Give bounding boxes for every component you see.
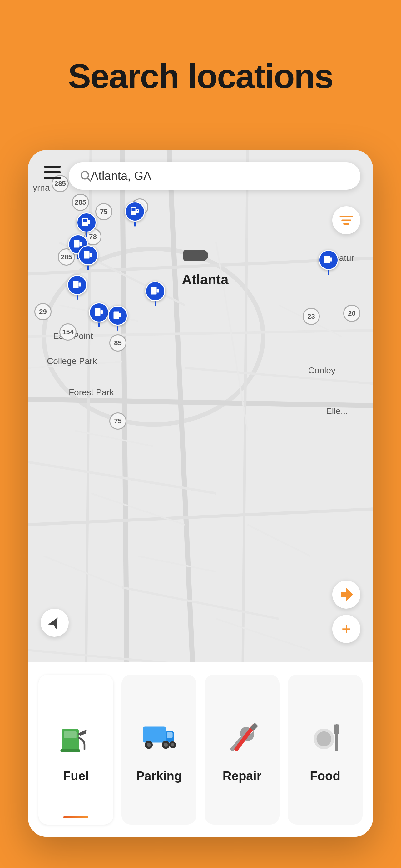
highway-20-shield: 20 [343,305,360,322]
parking-tab-label: Parking [136,769,182,783]
menu-button[interactable] [44,165,61,179]
svg-rect-37 [325,256,330,264]
svg-rect-35 [83,219,87,222]
college-park-label: College Park [47,356,97,366]
svg-rect-33 [137,210,138,211]
highway-154-shield: 154 [59,323,76,341]
fuel-active-indicator [63,816,89,818]
svg-rect-42 [90,253,92,257]
zoom-in-button[interactable]: + [332,615,360,643]
fuel-pin-6[interactable] [145,281,165,306]
yrna-label: yrna [33,183,49,193]
svg-point-65 [164,743,168,747]
direction-button[interactable] [332,581,360,609]
fuel-pin-8[interactable] [89,303,109,328]
svg-rect-46 [79,283,81,286]
fuel-pin-5[interactable] [78,245,98,270]
svg-rect-45 [73,281,79,288]
svg-rect-47 [95,308,101,316]
filter-button[interactable] [332,206,360,234]
map-object [183,250,208,261]
svg-rect-44 [157,289,159,293]
highway-285-shield-1: 285 [72,194,89,211]
navigate-button[interactable] [41,609,69,637]
food-icon [303,716,347,760]
fuel-pin-3[interactable] [319,250,338,275]
fuel-pin-9[interactable] [108,306,128,331]
fuel-pin-1[interactable] [125,202,145,226]
search-value: Atlanta, GA [91,169,151,183]
atlanta-label: Atlanta [182,272,228,287]
tab-food[interactable]: Food [288,675,363,825]
svg-rect-36 [88,220,91,224]
svg-rect-58 [61,749,80,752]
page-title: Search locations [0,56,401,96]
plus-icon: + [342,620,351,638]
svg-rect-50 [119,313,122,317]
svg-point-71 [317,732,332,746]
fuel-icon [54,716,98,760]
svg-point-67 [171,743,174,746]
svg-rect-61 [167,733,172,738]
svg-rect-59 [143,727,166,743]
tab-repair[interactable]: Repair [205,675,279,825]
tab-parking[interactable]: Parking [122,675,196,825]
svg-line-29 [88,178,91,181]
phone-frame: Atlanta, GA Doraville yrna Decatur Atlan… [28,150,373,837]
bottom-tabs: Fuel [28,662,373,837]
svg-rect-31 [132,208,136,211]
svg-rect-38 [330,258,333,261]
ellenwood-label: Elle... [326,406,348,416]
fuel-pin-2[interactable] [76,213,97,238]
svg-rect-55 [64,732,76,738]
highway-75-shield-2: 75 [109,412,127,430]
svg-rect-43 [151,287,157,294]
search-icon [80,170,92,183]
fuel-tab-label: Fuel [63,769,89,783]
tab-fuel[interactable]: Fuel [38,675,113,825]
forest-park-label: Forest Park [69,388,114,398]
highway-85-shield-2: 85 [109,334,127,351]
svg-rect-41 [84,251,90,259]
food-tab-label: Food [310,769,340,783]
search-bar[interactable]: Atlanta, GA [69,162,360,190]
highway-75-shield: 75 [95,203,112,220]
conley-label: Conley [308,366,335,376]
highway-29-shield: 29 [34,303,52,320]
parking-icon [137,716,181,760]
repair-tab-label: Repair [223,769,262,783]
fuel-pin-7[interactable] [67,275,87,300]
svg-point-63 [147,743,151,747]
repair-icon [220,716,264,760]
highway-23-shield: 23 [303,308,320,325]
svg-rect-49 [114,312,119,319]
svg-rect-48 [101,310,103,314]
